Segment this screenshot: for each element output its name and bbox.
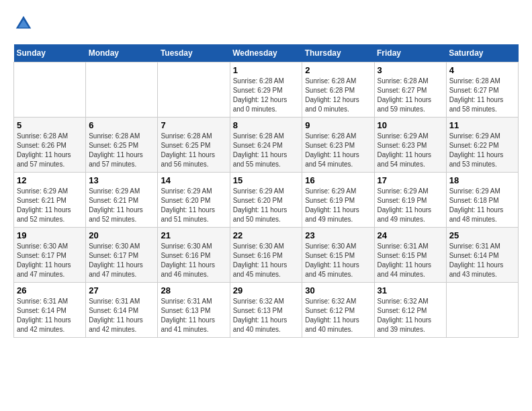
day-info: Sunrise: 6:30 AM Sunset: 6:16 PM Dayligh…: [233, 242, 300, 279]
day-number: 25: [449, 230, 515, 240]
day-number: 9: [305, 120, 371, 130]
calendar-cell: 4Sunrise: 6:28 AM Sunset: 6:27 PM Daylig…: [446, 62, 518, 118]
day-info: Sunrise: 6:28 AM Sunset: 6:25 PM Dayligh…: [161, 132, 226, 169]
calendar-cell: 29Sunrise: 6:32 AM Sunset: 6:13 PM Dayli…: [230, 283, 302, 338]
day-number: 16: [305, 175, 371, 185]
day-info: Sunrise: 6:29 AM Sunset: 6:21 PM Dayligh…: [89, 187, 154, 224]
day-info: Sunrise: 6:28 AM Sunset: 6:28 PM Dayligh…: [305, 77, 371, 114]
calendar-cell: 2Sunrise: 6:28 AM Sunset: 6:28 PM Daylig…: [302, 62, 374, 118]
column-header-saturday: Saturday: [446, 44, 518, 62]
page-header: [13, 13, 519, 34]
day-number: 20: [89, 230, 154, 240]
calendar-header-row: SundayMondayTuesdayWednesdayThursdayFrid…: [14, 44, 519, 62]
day-info: Sunrise: 6:29 AM Sunset: 6:20 PM Dayligh…: [233, 187, 300, 224]
week-row-4: 19Sunrise: 6:30 AM Sunset: 6:17 PM Dayli…: [14, 228, 519, 283]
day-number: 1: [233, 65, 300, 75]
day-info: Sunrise: 6:30 AM Sunset: 6:17 PM Dayligh…: [89, 242, 154, 279]
day-info: Sunrise: 6:31 AM Sunset: 6:13 PM Dayligh…: [161, 297, 226, 334]
calendar-cell: 18Sunrise: 6:29 AM Sunset: 6:18 PM Dayli…: [446, 173, 518, 228]
calendar-cell: 17Sunrise: 6:29 AM Sunset: 6:19 PM Dayli…: [374, 173, 446, 228]
calendar-cell: 28Sunrise: 6:31 AM Sunset: 6:13 PM Dayli…: [158, 283, 230, 338]
column-header-sunday: Sunday: [14, 44, 86, 62]
day-number: 11: [449, 120, 515, 130]
day-number: 12: [17, 175, 83, 185]
day-number: 27: [89, 285, 154, 295]
calendar-cell: [158, 62, 230, 118]
calendar-cell: 12Sunrise: 6:29 AM Sunset: 6:21 PM Dayli…: [14, 173, 86, 228]
calendar-cell: 19Sunrise: 6:30 AM Sunset: 6:17 PM Dayli…: [14, 228, 86, 283]
week-row-1: 1Sunrise: 6:28 AM Sunset: 6:29 PM Daylig…: [14, 62, 519, 118]
calendar-cell: 6Sunrise: 6:28 AM Sunset: 6:25 PM Daylig…: [86, 118, 158, 173]
day-info: Sunrise: 6:28 AM Sunset: 6:27 PM Dayligh…: [378, 77, 443, 114]
day-info: Sunrise: 6:30 AM Sunset: 6:17 PM Dayligh…: [17, 242, 83, 279]
day-number: 24: [378, 230, 443, 240]
week-row-5: 26Sunrise: 6:31 AM Sunset: 6:14 PM Dayli…: [14, 283, 519, 338]
calendar-cell: 21Sunrise: 6:30 AM Sunset: 6:16 PM Dayli…: [158, 228, 230, 283]
calendar-cell: 10Sunrise: 6:29 AM Sunset: 6:23 PM Dayli…: [374, 118, 446, 173]
day-number: 23: [305, 230, 371, 240]
calendar-cell: 22Sunrise: 6:30 AM Sunset: 6:16 PM Dayli…: [230, 228, 302, 283]
day-info: Sunrise: 6:28 AM Sunset: 6:29 PM Dayligh…: [233, 77, 300, 114]
day-info: Sunrise: 6:31 AM Sunset: 6:14 PM Dayligh…: [17, 297, 83, 334]
calendar-cell: 14Sunrise: 6:29 AM Sunset: 6:20 PM Dayli…: [158, 173, 230, 228]
calendar-cell: 11Sunrise: 6:29 AM Sunset: 6:22 PM Dayli…: [446, 118, 518, 173]
column-header-friday: Friday: [374, 44, 446, 62]
calendar-cell: 5Sunrise: 6:28 AM Sunset: 6:26 PM Daylig…: [14, 118, 86, 173]
day-info: Sunrise: 6:28 AM Sunset: 6:26 PM Dayligh…: [17, 132, 83, 169]
day-number: 22: [233, 230, 300, 240]
calendar-cell: 3Sunrise: 6:28 AM Sunset: 6:27 PM Daylig…: [374, 62, 446, 118]
day-info: Sunrise: 6:29 AM Sunset: 6:19 PM Dayligh…: [305, 187, 371, 224]
calendar-cell: 20Sunrise: 6:30 AM Sunset: 6:17 PM Dayli…: [86, 228, 158, 283]
calendar-cell: 30Sunrise: 6:32 AM Sunset: 6:12 PM Dayli…: [302, 283, 374, 338]
day-number: 8: [233, 120, 300, 130]
day-number: 30: [305, 285, 371, 295]
day-info: Sunrise: 6:29 AM Sunset: 6:21 PM Dayligh…: [17, 187, 83, 224]
calendar-cell: [446, 283, 518, 338]
week-row-2: 5Sunrise: 6:28 AM Sunset: 6:26 PM Daylig…: [14, 118, 519, 173]
calendar-cell: 15Sunrise: 6:29 AM Sunset: 6:20 PM Dayli…: [230, 173, 302, 228]
column-header-monday: Monday: [86, 44, 158, 62]
day-number: 18: [449, 175, 515, 185]
calendar-cell: [14, 62, 86, 118]
day-number: 2: [305, 65, 371, 75]
day-number: 28: [161, 285, 226, 295]
day-info: Sunrise: 6:29 AM Sunset: 6:19 PM Dayligh…: [378, 187, 443, 224]
calendar: SundayMondayTuesdayWednesdayThursdayFrid…: [13, 44, 519, 338]
calendar-cell: 23Sunrise: 6:30 AM Sunset: 6:15 PM Dayli…: [302, 228, 374, 283]
week-row-3: 12Sunrise: 6:29 AM Sunset: 6:21 PM Dayli…: [14, 173, 519, 228]
day-info: Sunrise: 6:28 AM Sunset: 6:23 PM Dayligh…: [305, 132, 371, 169]
calendar-cell: 26Sunrise: 6:31 AM Sunset: 6:14 PM Dayli…: [14, 283, 86, 338]
day-number: 10: [378, 120, 443, 130]
calendar-cell: 9Sunrise: 6:28 AM Sunset: 6:23 PM Daylig…: [302, 118, 374, 173]
calendar-cell: 1Sunrise: 6:28 AM Sunset: 6:29 PM Daylig…: [230, 62, 302, 118]
calendar-cell: 7Sunrise: 6:28 AM Sunset: 6:25 PM Daylig…: [158, 118, 230, 173]
day-number: 3: [378, 65, 443, 75]
day-info: Sunrise: 6:30 AM Sunset: 6:16 PM Dayligh…: [161, 242, 226, 279]
calendar-cell: 16Sunrise: 6:29 AM Sunset: 6:19 PM Dayli…: [302, 173, 374, 228]
logo-icon: [13, 13, 34, 34]
calendar-cell: 8Sunrise: 6:28 AM Sunset: 6:24 PM Daylig…: [230, 118, 302, 173]
day-number: 5: [17, 120, 83, 130]
day-number: 13: [89, 175, 154, 185]
day-number: 15: [233, 175, 300, 185]
day-number: 26: [17, 285, 83, 295]
day-number: 29: [233, 285, 300, 295]
day-info: Sunrise: 6:32 AM Sunset: 6:12 PM Dayligh…: [378, 297, 443, 334]
calendar-cell: 27Sunrise: 6:31 AM Sunset: 6:14 PM Dayli…: [86, 283, 158, 338]
day-info: Sunrise: 6:28 AM Sunset: 6:24 PM Dayligh…: [233, 132, 300, 169]
logo: [13, 13, 36, 34]
day-info: Sunrise: 6:29 AM Sunset: 6:18 PM Dayligh…: [449, 187, 515, 224]
day-info: Sunrise: 6:29 AM Sunset: 6:23 PM Dayligh…: [378, 132, 443, 169]
day-info: Sunrise: 6:32 AM Sunset: 6:12 PM Dayligh…: [305, 297, 371, 334]
calendar-cell: 25Sunrise: 6:31 AM Sunset: 6:14 PM Dayli…: [446, 228, 518, 283]
column-header-wednesday: Wednesday: [230, 44, 302, 62]
day-info: Sunrise: 6:31 AM Sunset: 6:14 PM Dayligh…: [449, 242, 515, 279]
day-number: 17: [378, 175, 443, 185]
day-info: Sunrise: 6:28 AM Sunset: 6:25 PM Dayligh…: [89, 132, 154, 169]
day-number: 21: [161, 230, 226, 240]
day-info: Sunrise: 6:32 AM Sunset: 6:13 PM Dayligh…: [233, 297, 300, 334]
day-info: Sunrise: 6:30 AM Sunset: 6:15 PM Dayligh…: [305, 242, 371, 279]
day-number: 4: [449, 65, 515, 75]
day-number: 14: [161, 175, 226, 185]
day-number: 31: [378, 285, 443, 295]
